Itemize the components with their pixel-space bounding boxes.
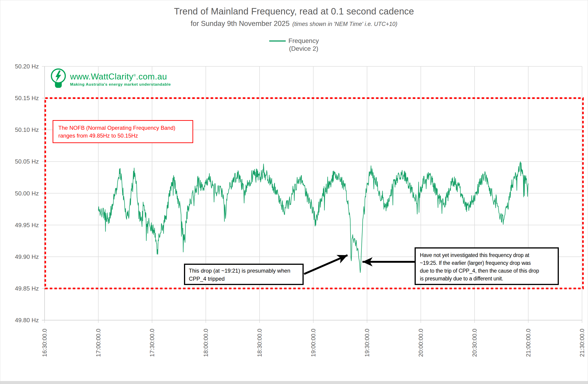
y-tick-label: 49.90 Hz — [0, 253, 39, 260]
x-tick-label: 19:00:00.0 — [309, 325, 317, 357]
x-tick-label: 19:30:00.0 — [363, 325, 371, 357]
x-tick-label: 18:00:00.0 — [202, 325, 210, 357]
x-tick-label: 17:00:00.0 — [94, 325, 102, 357]
logo-text: www.WattClarity®.com.au Making Australia… — [70, 71, 171, 86]
y-tick-label: 50.20 Hz — [0, 63, 39, 70]
drop-note-1925-box: Have not yet investigated this frequency… — [415, 247, 559, 285]
wattclarity-logo: www.WattClarity®.com.au Making Australia… — [50, 68, 171, 89]
bottom-strip — [0, 381, 588, 384]
x-tick-label: 20:30:00.0 — [471, 325, 479, 357]
x-tick-label: 17:30:00.0 — [148, 325, 156, 357]
y-tick-label: 49.95 Hz — [0, 221, 39, 229]
logo-tagline: Making Australia's energy market underst… — [70, 82, 171, 87]
frequency-chart-page: Trend of Mainland Frequency, read at 0.1… — [0, 0, 588, 384]
y-tick-label: 50.10 Hz — [0, 126, 39, 133]
x-tick-label: 16:30:00.0 — [41, 325, 48, 357]
y-tick-label: 49.80 Hz — [0, 317, 39, 324]
y-tick-label: 50.05 Hz — [0, 158, 39, 165]
lightbulb-bolt-icon — [50, 68, 67, 89]
y-tick-label: 49.85 Hz — [0, 285, 39, 292]
x-tick-label: 21:00:00.0 — [524, 325, 532, 357]
nofb-note-box: The NOFB (Normal Operating Frequency Ban… — [53, 120, 193, 143]
x-tick-label: 18:30:00.0 — [256, 325, 263, 357]
logo-url: www.WattClarity®.com.au — [70, 71, 171, 81]
y-tick-label: 50.15 Hz — [0, 94, 39, 102]
plot-svg — [0, 0, 588, 384]
drop-note-1921-box: This drop (at ~19:21) is presumably when… — [184, 264, 304, 285]
y-tick-label: 50.00 Hz — [0, 190, 39, 197]
x-tick-label: 20:00:00.0 — [417, 325, 425, 357]
arrow-to-1921-drop — [304, 255, 348, 274]
x-tick-label: 21:30:00.0 — [578, 325, 586, 357]
